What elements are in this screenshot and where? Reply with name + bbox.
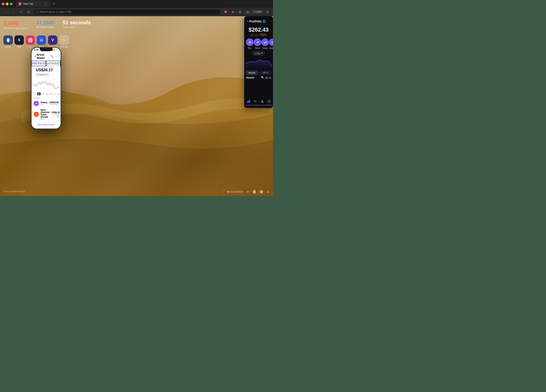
wallet-more-button[interactable]: ⋯	[268, 19, 273, 24]
filter-1d[interactable]: 1D	[37, 92, 41, 95]
svg-point-0	[19, 3, 21, 5]
activity-icon	[253, 99, 258, 104]
search-assets-button[interactable]: 🔍	[261, 76, 265, 79]
history-button[interactable]: 🕐	[260, 190, 263, 193]
svg-point-14	[262, 100, 263, 101]
wallet-back-button[interactable]: ↖	[247, 20, 249, 23]
maximize-button[interactable]	[10, 3, 13, 5]
tab-label: New Tab	[23, 2, 33, 5]
quick-site-skiff[interactable]: S Skiff	[14, 35, 24, 48]
time-value: 51 seconds	[63, 20, 91, 26]
time-label: Time saved	[63, 26, 91, 28]
time-filter-label: 1 Day	[254, 52, 261, 55]
wallet-header: ↖ Portfolio 🌐 ⋯	[244, 16, 273, 26]
wallet-title: Portfolio	[249, 20, 262, 23]
bat-symbol: BAT	[40, 118, 50, 120]
more-assets-button[interactable]: ⊟	[269, 76, 271, 79]
svg-point-5	[0, 91, 128, 155]
tab-close-button[interactable]: ×	[44, 2, 48, 6]
wallet-bottom-nav: Portfolio Activity Accounts Market	[244, 97, 273, 108]
new-tab-button[interactable]: +	[51, 1, 57, 7]
phone-bottom-bar: ↩	[32, 128, 61, 129]
new-tab-page: 1,006 Trackers & ads blocked 37.1MB Band…	[0, 16, 273, 196]
send-icon: ↗	[254, 38, 261, 46]
secure-icon: i	[36, 11, 39, 13]
minimize-button[interactable]	[6, 3, 8, 5]
back-button[interactable]: ‹	[3, 9, 8, 15]
wallet-nav-portfolio[interactable]: Portfolio	[245, 99, 252, 106]
buy-button[interactable]: ⊕ Buy	[246, 38, 254, 49]
portfolio-nav-label: Portfolio	[245, 104, 252, 106]
filter-1h[interactable]: 1H	[33, 92, 37, 95]
quick-site-verge[interactable]: V The Verge	[48, 35, 58, 48]
tab-bar: New Tab × +	[0, 0, 273, 8]
phone-asset-bat[interactable]: ▲ Basic Attention Token (Portal) BAT US$…	[32, 107, 61, 122]
trackers-label: Trackers & ads blocked	[3, 27, 28, 29]
svg-marker-3	[232, 11, 234, 13]
phone-tab-accounts[interactable]: ACCOUNTS	[46, 61, 61, 66]
time-filter-button[interactable]: 1 Day ▾	[252, 51, 265, 55]
forward-button[interactable]: ›	[10, 9, 16, 15]
send-button[interactable]: ↗ Send	[254, 38, 261, 49]
address-bar[interactable]: i Search Brave or type a URL	[33, 9, 221, 15]
close-button[interactable]	[2, 3, 5, 5]
extensions-button[interactable]: ⊞	[237, 9, 243, 15]
vpn-badge[interactable]: 🛡 VPN	[252, 10, 263, 14]
settings-button[interactable]: ⚙	[246, 190, 249, 193]
bat-info: Basic Attention Token (Portal) BAT	[40, 109, 50, 120]
phone-mockup: 2:18 ▊▊ 📶 🔋 ▼ Brave Wallet 🔍	[31, 47, 61, 129]
phone-menu-button[interactable]: ⋯	[55, 55, 58, 58]
activity-nav-label: Activity	[252, 104, 258, 106]
battery-icon: 🔋	[56, 49, 58, 51]
wallet-nav-market[interactable]: Market	[266, 99, 272, 106]
wallet-globe-button[interactable]: 🌐	[262, 19, 267, 24]
phone-screen: 2:18 ▊▊ 📶 🔋 ▼ Brave Wallet 🔍	[32, 48, 61, 129]
wallet-balance-amount: $262.43	[244, 26, 273, 33]
network-dot: ◎	[37, 74, 38, 76]
quick-site-hey[interactable]: 🌸 Hey	[26, 35, 35, 48]
deposit-label: Deposit	[269, 47, 273, 49]
wallet-nav-activity[interactable]: Activity	[252, 99, 258, 106]
brave-rewards-button[interactable]	[230, 9, 236, 15]
address-text: Search Brave or type a URL	[40, 10, 72, 13]
filter-assets-button[interactable]: ⊞	[265, 76, 268, 79]
reader-button[interactable]: 📄	[253, 190, 256, 193]
bat-usd: US$9.22	[52, 111, 60, 114]
phone-search-button[interactable]: 🔍	[50, 55, 54, 58]
wallet-nav-accounts[interactable]: Accounts	[258, 99, 266, 106]
svg-rect-10	[227, 192, 230, 193]
quick-site-add[interactable]: + Add site	[59, 35, 69, 48]
phone-portfolio-amount: US$26.17	[34, 66, 55, 72]
display-button[interactable]: 🖥	[266, 190, 270, 193]
wallet-tab-nfts[interactable]: NFTs	[259, 70, 272, 75]
wallet-button[interactable]: 💼	[244, 9, 250, 15]
phone-network-badge[interactable]: ◎ Solana ⓘ	[35, 73, 50, 77]
phone-chart	[32, 77, 61, 91]
sol-symbol: SOL	[40, 104, 48, 105]
swap-button[interactable]: ⇄ Swap	[261, 38, 269, 49]
customize-button[interactable]: Customize	[227, 190, 243, 193]
active-tab[interactable]: New Tab ×	[16, 1, 50, 7]
shields-button[interactable]	[223, 9, 229, 15]
deposit-button[interactable]: ⊖ Deposit	[269, 38, 273, 49]
menu-button[interactable]: ☰	[265, 9, 270, 15]
quick-site-base[interactable]: ⊖ Base	[37, 35, 46, 48]
filter-all[interactable]: ALL	[57, 92, 61, 95]
phone-tab-portfolio[interactable]: PORTFOLIO	[32, 61, 46, 66]
filter-1y[interactable]: 1Y	[53, 92, 57, 95]
edit-assets-button[interactable]: Edit Visible Assets	[32, 122, 61, 128]
reload-button[interactable]: ↻	[18, 9, 24, 15]
trackers-stat: 1,006 Trackers & ads blocked	[3, 20, 28, 29]
filter-1m[interactable]: 1M	[45, 92, 49, 95]
bookmark-button[interactable]: ⊟	[26, 9, 32, 15]
quick-site-mirror[interactable]: 🪞 Mirror	[3, 35, 13, 48]
stats-bar: 1,006 Trackers & ads blocked 37.1MB Band…	[3, 20, 91, 29]
wallet-panel: ↖ Portfolio 🌐 ⋯ $262.43 -$11.12 -4.1% ⊕ …	[244, 16, 273, 108]
customize-icon	[227, 190, 230, 193]
wallet-tab-assets[interactable]: Assets	[246, 70, 258, 75]
svg-rect-13	[249, 100, 250, 103]
filter-1w[interactable]: 1W	[41, 92, 45, 95]
phone-asset-sol[interactable]: ◎ Solana SOL US$16.95 0.3932 SOL	[32, 100, 61, 107]
phone-back-button[interactable]: ▼	[34, 55, 37, 58]
filter-3m[interactable]: 3M	[49, 92, 53, 95]
